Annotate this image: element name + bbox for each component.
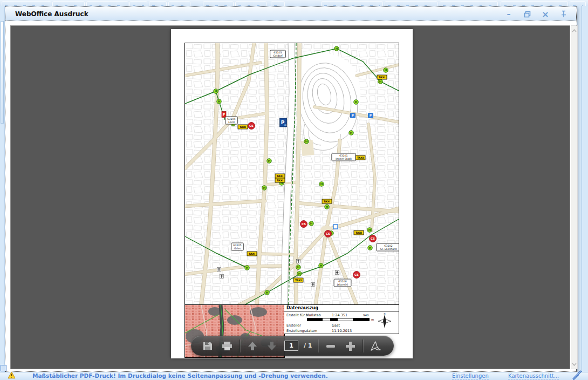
svg-text:St. Leonhard: St. Leonhard [380,248,396,250]
svg-text:TAXI: TAXI [355,232,362,234]
svg-text:63103: 63103 [274,51,282,54]
background-window-border [582,6,582,372]
acrobat-button[interactable] [368,339,382,353]
minimize-button[interactable]: – [504,9,514,19]
pdf-viewport: HHHHHHHHHHHHHHHHHHHHHHHTAXITAXITAXITAXIT… [10,25,570,369]
save-icon [202,341,213,351]
svg-text:H: H [385,69,387,72]
previous-page-button[interactable] [245,339,259,353]
pin-icon [560,10,567,18]
svg-text:Innere Stadt: Innere Stadt [336,158,352,160]
plus-icon [344,340,356,352]
close-button[interactable]: × [541,9,550,19]
datenauszug-title: Datenauszug [284,305,399,311]
row-value-scale: 1:24.351 [332,313,347,317]
svg-text:H: H [320,264,323,267]
background-toolbar-group[interactable] [168,1,190,6]
svg-text:N: N [384,313,386,315]
svg-text:TAXI: TAXI [277,175,283,178]
pin-button[interactable] [559,9,569,19]
svg-text:Jakomini: Jakomini [337,283,348,286]
dialog-scrollbar[interactable] [571,25,578,369]
scroll-down-button[interactable] [571,360,577,368]
toolbar-divider [318,340,318,352]
svg-text:TAXI: TAXI [277,179,283,182]
pdf-floating-toolbar: / 1 [191,336,394,356]
svg-text:P: P [352,113,354,117]
scalebar-unit: m [371,318,374,321]
background-toolbar-group[interactable] [129,1,147,6]
background-toolbar-group[interactable] [86,1,128,6]
background-toolbar-group[interactable] [52,1,85,6]
city-map: HHHHHHHHHHHHHHHHHHHHHHHTAXITAXITAXITAXIT… [185,43,399,305]
dialog-titlebar[interactable]: WebOffice Ausdruck – × [5,7,576,21]
svg-text:Geidorf: Geidorf [273,55,283,57]
background-toolbar-group[interactable] [203,1,234,6]
svg-text:M: M [284,124,286,126]
weboffice-print-dialog: WebOffice Ausdruck – × [5,6,577,372]
print-icon [221,341,233,351]
svg-text:H: H [263,186,266,189]
page-total-label: / 1 [304,342,312,349]
toolbar-divider [363,340,363,352]
redlining-pencil-icon[interactable] [571,370,584,380]
background-corner-chip [1,365,6,371]
settings-link[interactable]: Einstellungen [452,373,489,379]
svg-text:63105: 63105 [233,244,241,247]
svg-text:H: H [326,205,329,208]
window-controls: – × [504,7,569,21]
svg-text:63104: 63104 [227,118,235,120]
parking-outline-marker [333,225,338,229]
row-label-creator: Ersteller [286,323,301,328]
print-button[interactable] [220,339,234,353]
background-toolbar-group[interactable] [570,1,586,6]
svg-text:63106: 63106 [338,280,346,283]
svg-text:Gries: Gries [234,247,241,250]
svg-text:H: H [355,100,358,104]
svg-text:H: H [215,90,217,93]
background-toolbar-group[interactable] [235,1,266,6]
chevron-down-icon [572,363,577,366]
svg-text:H: H [246,266,249,269]
statusbar: Maßstäblicher PDF-Druck! Im Druckdialog … [0,372,588,380]
warning-icon [8,371,16,380]
svg-text:H: H [297,266,300,269]
svg-text:TAXI: TAXI [240,126,246,128]
background-toolbar-group[interactable] [321,1,383,6]
svg-text:H: H [320,182,323,186]
scalebar-zero: 0 [306,314,308,317]
map-extent-link[interactable]: Kartenausschnitt... [508,373,559,379]
svg-text:H: H [350,131,353,134]
minus-icon [325,340,337,352]
zoom-out-button[interactable] [324,339,338,353]
svg-text:TAXI: TAXI [324,200,330,203]
svg-text:CS: CS [354,273,359,276]
zoom-in-button[interactable] [343,339,357,353]
background-toolbar-group[interactable] [501,1,568,6]
background-toolbar-group[interactable] [2,1,51,6]
save-button[interactable] [201,339,215,353]
svg-text:P: P [370,113,372,117]
background-toolbar-group[interactable] [385,1,437,6]
background-toolbar-group[interactable] [271,1,285,6]
svg-text:H: H [266,291,269,294]
row-label-date: Erstellungsdatum [286,329,317,333]
acrobat-logo-icon [369,340,382,352]
background-toolbar-group[interactable] [440,1,498,6]
dialog-title: WebOffice Ausdruck [15,10,88,18]
background-panel-edge [1,21,4,124]
arrow-down-icon [266,340,278,352]
background-toolbar-group[interactable] [149,1,167,6]
toolbar-divider [240,340,240,352]
restore-button[interactable] [522,9,532,19]
map-frame: HHHHHHHHHHHHHHHHHHHHHHHTAXITAXITAXITAXIT… [184,43,399,306]
svg-text:63102: 63102 [384,245,392,247]
svg-text:TAXI: TAXI [379,76,385,79]
svg-text:TAXI: TAXI [357,157,364,159]
next-page-button[interactable] [265,339,279,353]
page-number-input[interactable] [284,341,298,351]
svg-text:Lend: Lend [228,121,235,124]
row-value-creator: Gast [332,323,340,328]
svg-text:H: H [369,246,372,249]
scroll-up-button[interactable] [571,26,577,35]
